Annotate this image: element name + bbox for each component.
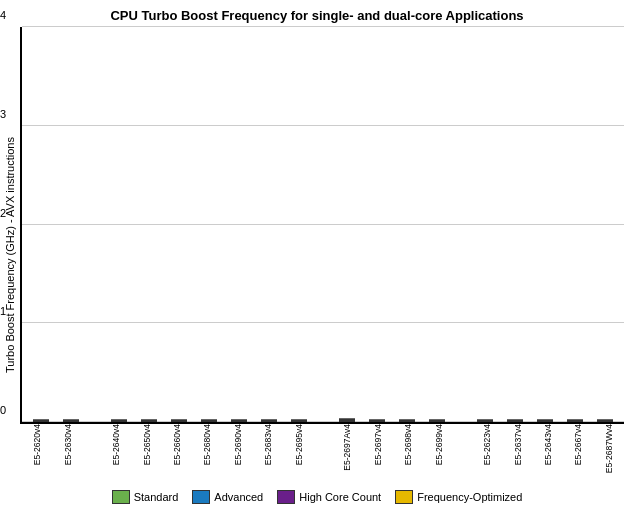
bar-group	[134, 419, 164, 422]
x-label-group: E5-2695v4	[284, 424, 314, 484]
bar-group	[164, 419, 194, 422]
x-label-group: E5-2637v4	[502, 424, 532, 484]
legend-label: Standard	[134, 491, 179, 503]
bar	[141, 419, 157, 422]
x-label-group: E5-2640v4	[101, 424, 131, 484]
x-label: E5-2623v4	[482, 424, 492, 465]
x-label-group: E5-2623v4	[472, 424, 502, 484]
x-label-group: E5-2687Wv4	[594, 424, 624, 484]
bar	[63, 419, 79, 422]
bar-base-segment	[477, 420, 493, 422]
chart-container: CPU Turbo Boost Frequency for single- an…	[0, 0, 634, 510]
x-label: E5-2698v4	[403, 424, 413, 465]
x-label: E5-2680v4	[202, 424, 212, 465]
x-label: E5-2640v4	[111, 424, 121, 465]
bar	[399, 419, 415, 422]
legend-item: High Core Count	[277, 490, 381, 504]
x-label: E5-2687Wv4	[604, 424, 614, 473]
bar-group	[284, 419, 314, 422]
x-label-gap	[454, 424, 472, 484]
bar-base-segment	[369, 420, 385, 422]
bar-group	[254, 419, 284, 422]
bar-group	[422, 419, 452, 422]
bar	[33, 419, 49, 422]
bar-base-segment	[201, 420, 217, 422]
bar-base-segment	[171, 420, 187, 422]
bar-group	[104, 419, 134, 422]
x-labels: E5-2620v4E5-2630v4E5-2640v4E5-2650v4E5-2…	[20, 424, 624, 484]
x-label: E5-2643v4	[543, 424, 553, 465]
x-label-group: E5-2650v4	[131, 424, 161, 484]
bar-base-segment	[339, 420, 355, 422]
bar	[261, 419, 277, 422]
x-label-group: E5-2683v4	[253, 424, 283, 484]
x-label: E5-2683v4	[263, 424, 273, 465]
legend-item: Standard	[112, 490, 179, 504]
bar-group	[530, 419, 560, 422]
bar	[201, 419, 217, 422]
bar	[369, 419, 385, 422]
x-label: E5-2667v4	[573, 424, 583, 465]
bar-group	[26, 419, 56, 422]
y-axis-tick-label: 0	[0, 404, 6, 416]
x-label: E5-2699v4	[434, 424, 444, 465]
x-label-group: E5-2697v4	[363, 424, 393, 484]
x-label: E5-2650v4	[142, 424, 152, 465]
bar-base-segment	[231, 420, 247, 422]
bar-group	[560, 419, 590, 422]
bar-group	[332, 418, 362, 422]
bar-group	[470, 419, 500, 422]
plot-area: 01234	[20, 27, 624, 424]
y-axis-tick-label: 3	[0, 108, 6, 120]
bars-wrapper	[22, 27, 624, 422]
x-label-gap	[83, 424, 101, 484]
bar-base-segment	[33, 420, 49, 422]
bar	[567, 419, 583, 422]
bar-base-segment	[111, 420, 127, 422]
bar-base-segment	[291, 420, 307, 422]
bar-base-segment	[507, 420, 523, 422]
legend-item: Advanced	[192, 490, 263, 504]
x-label: E5-2620v4	[32, 424, 42, 465]
chart-area: 01234 E5-2620v4E5-2630v4E5-2640v4E5-2650…	[20, 27, 634, 484]
x-label: E5-2660v4	[172, 424, 182, 465]
bar-base-segment	[429, 420, 445, 422]
x-label: E5-2637v4	[513, 424, 523, 465]
x-label: E5-2695v4	[294, 424, 304, 465]
x-label-group: E5-2667v4	[563, 424, 593, 484]
legend-color-box	[277, 490, 295, 504]
legend-color-box	[192, 490, 210, 504]
chart-title: CPU Turbo Boost Frequency for single- an…	[110, 8, 523, 23]
x-label: E5-2697Av4	[342, 424, 352, 471]
bar-group	[362, 419, 392, 422]
bar	[507, 419, 523, 422]
y-axis-tick-label: 2	[0, 207, 6, 219]
bar-base-segment	[567, 420, 583, 422]
bar-base-segment	[399, 420, 415, 422]
chart-body: Turbo Boost Frequency (GHz) - AVX instru…	[0, 27, 634, 484]
bar-group	[56, 419, 86, 422]
bar-base-segment	[597, 420, 613, 422]
bar-group	[194, 419, 224, 422]
bar-group	[224, 419, 254, 422]
x-label-group: E5-2630v4	[52, 424, 82, 484]
x-label-group: E5-2660v4	[162, 424, 192, 484]
x-label-group: E5-2690v4	[223, 424, 253, 484]
legend-color-box	[395, 490, 413, 504]
bar-group	[590, 419, 620, 422]
bar	[291, 419, 307, 422]
bar	[339, 418, 355, 422]
y-axis-tick-label: 1	[0, 305, 6, 317]
bar	[597, 419, 613, 422]
x-label-group: E5-2697Av4	[332, 424, 362, 484]
bar	[477, 419, 493, 422]
x-label-gap	[314, 424, 332, 484]
x-label: E5-2690v4	[233, 424, 243, 465]
y-axis-tick-label: 4	[0, 9, 6, 21]
bar	[429, 419, 445, 422]
legend-label: Advanced	[214, 491, 263, 503]
x-label-group: E5-2698v4	[393, 424, 423, 484]
x-label-group: E5-2620v4	[22, 424, 52, 484]
legend-item: Frequency-Optimized	[395, 490, 522, 504]
legend-label: High Core Count	[299, 491, 381, 503]
